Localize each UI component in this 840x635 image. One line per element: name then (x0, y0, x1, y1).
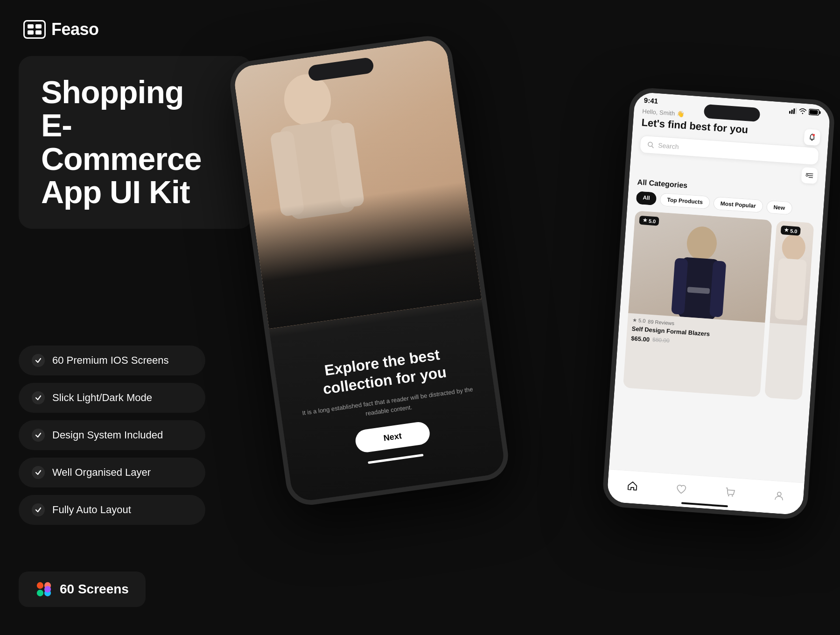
hero-box: Shopping E-Commerce App UI Kit (19, 56, 252, 229)
phone-shell-right: 9:41 (602, 87, 836, 521)
phone-left: Explore the best collection for you It i… (227, 33, 511, 508)
logo: Feaso (23, 20, 99, 39)
check-icon-2 (32, 391, 45, 404)
nav-wishlist[interactable] (675, 482, 688, 495)
svg-rect-15 (819, 111, 820, 114)
product-card-2[interactable]: ★ 5.0 (764, 220, 814, 400)
status-icons (789, 107, 821, 116)
notification-bell[interactable] (804, 129, 820, 146)
heart-icon (675, 483, 687, 495)
search-placeholder: Search (658, 141, 679, 150)
svg-point-13 (802, 113, 804, 114)
feature-item-4: Well Organised Layer (19, 458, 205, 487)
left-screen-content: Explore the best collection for you It i… (274, 339, 502, 475)
fashion-image (232, 38, 482, 329)
screen-right: 9:41 (607, 92, 831, 515)
feature-item-3: Design System Included (19, 420, 205, 450)
phone-shell-left: Explore the best collection for you It i… (227, 33, 511, 508)
mute-button (235, 128, 241, 147)
feature-item-5: Fully Auto Layout (19, 495, 205, 525)
products-grid: ★ 5.0 ★ 5.0 89 Reviews Self Design Forma… (623, 211, 814, 400)
figma-icon (35, 581, 52, 598)
signal-icon (789, 107, 797, 114)
svg-point-4 (44, 586, 51, 593)
price-current-1: $65.00 (631, 335, 650, 343)
svg-rect-10 (791, 109, 793, 113)
power-button-right (826, 176, 832, 208)
filter-icon (805, 171, 814, 179)
filter-button[interactable] (801, 167, 818, 184)
tab-new[interactable]: New (766, 200, 793, 215)
feature-item-1: 60 Premium IOS Screens (19, 346, 205, 375)
logo-text: Feaso (51, 20, 99, 39)
nav-home[interactable] (626, 479, 639, 492)
svg-line-22 (809, 177, 812, 178)
mute-button-right (624, 147, 629, 165)
feature-label-4: Well Organised Layer (52, 466, 151, 479)
tab-top-products[interactable]: Top Products (660, 193, 710, 209)
check-icon-1 (32, 354, 45, 367)
screen-left: Explore the best collection for you It i… (232, 38, 506, 503)
hero-title: Shopping E-Commerce App UI Kit (41, 76, 230, 209)
next-button[interactable]: Next (354, 421, 431, 454)
star-badge-2: ★ 5.0 (781, 226, 801, 236)
check-icon-5 (32, 503, 45, 516)
svg-point-24 (686, 226, 718, 261)
svg-point-29 (781, 233, 806, 261)
profile-icon (773, 490, 785, 502)
svg-rect-12 (795, 107, 797, 114)
svg-point-23 (806, 174, 808, 176)
vol-up-button (239, 154, 245, 182)
app-content: Hello, Smith 👋 Let's find best for you (615, 107, 830, 401)
svg-rect-16 (809, 110, 818, 114)
product-card-1[interactable]: ★ 5.0 ★ 5.0 89 Reviews Self Design Forma… (623, 211, 772, 397)
cart-icon (724, 486, 736, 498)
svg-point-32 (731, 495, 733, 496)
svg-point-5 (281, 71, 334, 129)
svg-rect-11 (793, 108, 795, 114)
svg-point-33 (777, 492, 781, 496)
star-badge-1: ★ 5.0 (639, 216, 659, 226)
bottom-nav (607, 469, 805, 515)
feature-label-3: Design System Included (52, 429, 163, 441)
pill-indicator (368, 454, 424, 464)
svg-rect-0 (37, 582, 43, 589)
logo-icon (23, 20, 46, 39)
tab-all[interactable]: All (636, 191, 657, 205)
vol-button-right (622, 171, 627, 198)
svg-rect-2 (37, 590, 43, 596)
search-icon (647, 141, 655, 148)
features-list: 60 Premium IOS Screens Slick Light/Dark … (19, 346, 205, 525)
svg-line-19 (651, 146, 653, 148)
home-icon (626, 480, 638, 492)
check-icon-3 (32, 429, 45, 442)
battery-icon (809, 108, 821, 116)
vol-down-button (244, 189, 250, 217)
phone-right: 9:41 (602, 87, 836, 521)
nav-profile[interactable] (772, 489, 785, 502)
price-old-1: $80.00 (652, 337, 670, 345)
badge-label: 60 Screens (60, 582, 129, 597)
svg-rect-30 (775, 258, 807, 321)
phones-container: Explore the best collection for you It i… (224, 0, 840, 635)
check-icon-4 (32, 466, 45, 479)
svg-line-21 (808, 176, 813, 176)
feature-item-2: Slick Light/Dark Mode (19, 383, 205, 413)
tab-most-popular[interactable]: Most Popular (713, 197, 763, 213)
svg-point-31 (728, 494, 729, 496)
svg-line-20 (806, 173, 813, 174)
feature-label-2: Slick Light/Dark Mode (52, 392, 152, 404)
feature-label-1: 60 Premium IOS Screens (52, 354, 168, 367)
nav-cart[interactable] (723, 486, 736, 499)
bell-icon (808, 133, 817, 142)
bottom-badge: 60 Screens (19, 572, 146, 607)
product-image-1 (628, 211, 772, 323)
feature-label-5: Fully Auto Layout (52, 504, 131, 516)
status-time: 9:41 (644, 96, 658, 105)
wifi-icon (799, 108, 807, 115)
product-image-2 (770, 220, 814, 325)
svg-rect-9 (789, 111, 791, 113)
